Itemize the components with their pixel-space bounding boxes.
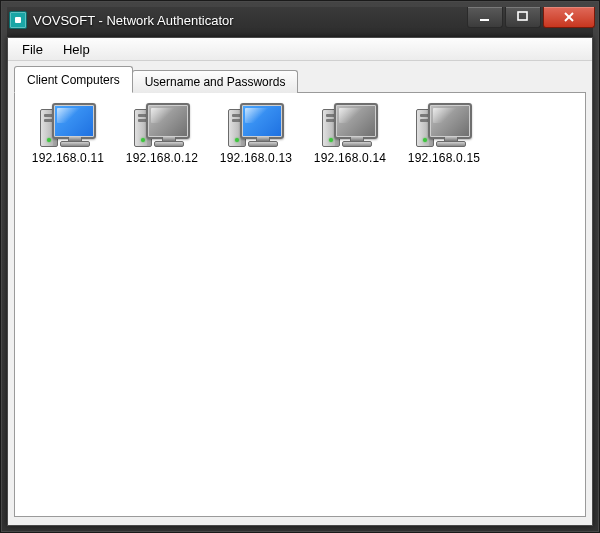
client-item[interactable]: 192.168.0.13: [209, 103, 303, 165]
close-icon: [562, 11, 576, 23]
computer-icon: [228, 103, 284, 147]
close-button[interactable]: [543, 7, 595, 28]
tabstrip: Client Computers Username and Passwords: [14, 65, 586, 92]
maximize-icon: [517, 11, 529, 23]
svg-rect-0: [480, 19, 489, 21]
client-area: File Help Client Computers Username and …: [7, 37, 593, 526]
computer-icon: [40, 103, 96, 147]
client-item[interactable]: 192.168.0.15: [397, 103, 491, 165]
computer-icon: [322, 103, 378, 147]
maximize-button[interactable]: [505, 7, 541, 28]
client-ip-label: 192.168.0.15: [408, 151, 480, 165]
computer-icon: [134, 103, 190, 147]
window-title: VOVSOFT - Network Authenticator: [33, 13, 467, 28]
tab-username-passwords[interactable]: Username and Passwords: [132, 70, 299, 93]
client-ip-label: 192.168.0.11: [32, 151, 104, 165]
client-ip-label: 192.168.0.12: [126, 151, 198, 165]
menubar: File Help: [8, 38, 592, 61]
app-window: VOVSOFT - Network Authenticator File Hel…: [0, 0, 600, 533]
minimize-button[interactable]: [467, 7, 503, 28]
menu-help[interactable]: Help: [53, 38, 100, 60]
client-item[interactable]: 192.168.0.11: [21, 103, 115, 165]
svg-rect-1: [518, 12, 527, 20]
tab-client-computers[interactable]: Client Computers: [14, 66, 133, 93]
tabpanel-clients: 192.168.0.11192.168.0.12192.168.0.13192.…: [14, 92, 586, 517]
menu-file[interactable]: File: [12, 38, 53, 60]
window-controls: [467, 7, 595, 28]
client-grid: 192.168.0.11192.168.0.12192.168.0.13192.…: [21, 101, 579, 177]
client-item[interactable]: 192.168.0.14: [303, 103, 397, 165]
computer-icon: [416, 103, 472, 147]
minimize-icon: [479, 11, 491, 23]
client-ip-label: 192.168.0.14: [314, 151, 386, 165]
app-icon: [9, 11, 27, 29]
client-item[interactable]: 192.168.0.12: [115, 103, 209, 165]
client-ip-label: 192.168.0.13: [220, 151, 292, 165]
titlebar[interactable]: VOVSOFT - Network Authenticator: [7, 7, 593, 37]
content-body: Client Computers Username and Passwords …: [8, 61, 592, 525]
